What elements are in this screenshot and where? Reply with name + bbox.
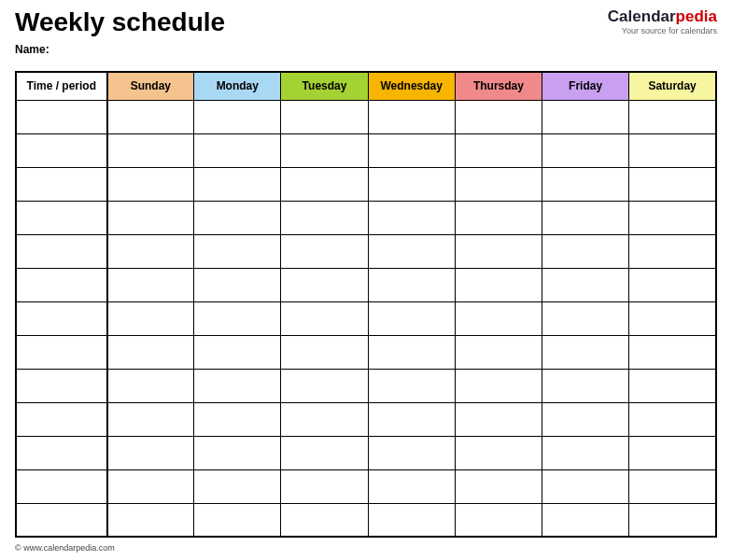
table-cell[interactable]	[542, 503, 629, 537]
table-cell[interactable]	[107, 201, 194, 234]
table-cell[interactable]	[455, 268, 542, 301]
table-cell[interactable]	[629, 369, 716, 402]
table-cell[interactable]	[107, 133, 194, 167]
table-cell[interactable]	[542, 335, 629, 369]
table-cell[interactable]	[281, 503, 368, 537]
table-cell[interactable]	[368, 167, 455, 201]
table-cell[interactable]	[368, 268, 455, 301]
table-cell[interactable]	[629, 301, 716, 335]
table-cell[interactable]	[281, 167, 368, 201]
table-cell[interactable]	[629, 268, 716, 301]
table-cell[interactable]	[16, 402, 107, 436]
table-cell[interactable]	[16, 436, 107, 469]
table-cell[interactable]	[194, 167, 281, 201]
table-cell[interactable]	[629, 201, 716, 234]
table-cell[interactable]	[107, 369, 194, 402]
table-cell[interactable]	[368, 301, 455, 335]
table-cell[interactable]	[281, 335, 368, 369]
table-cell[interactable]	[542, 436, 629, 469]
table-cell[interactable]	[629, 402, 716, 436]
table-cell[interactable]	[16, 201, 107, 234]
table-cell[interactable]	[281, 436, 368, 469]
table-cell[interactable]	[455, 167, 542, 201]
table-cell[interactable]	[16, 234, 107, 268]
table-cell[interactable]	[107, 268, 194, 301]
table-cell[interactable]	[542, 301, 629, 335]
table-cell[interactable]	[542, 234, 629, 268]
table-cell[interactable]	[194, 201, 281, 234]
table-cell[interactable]	[16, 335, 107, 369]
table-cell[interactable]	[194, 335, 281, 369]
table-cell[interactable]	[542, 167, 629, 201]
table-cell[interactable]	[455, 436, 542, 469]
table-cell[interactable]	[368, 402, 455, 436]
table-cell[interactable]	[194, 503, 281, 537]
table-cell[interactable]	[455, 369, 542, 402]
table-cell[interactable]	[281, 268, 368, 301]
table-cell[interactable]	[194, 301, 281, 335]
table-cell[interactable]	[16, 167, 107, 201]
table-cell[interactable]	[629, 234, 716, 268]
table-cell[interactable]	[16, 503, 107, 537]
table-cell[interactable]	[107, 436, 194, 469]
table-cell[interactable]	[194, 402, 281, 436]
table-cell[interactable]	[194, 133, 281, 167]
table-cell[interactable]	[542, 268, 629, 301]
table-cell[interactable]	[16, 369, 107, 402]
table-cell[interactable]	[368, 469, 455, 503]
table-cell[interactable]	[107, 469, 194, 503]
table-cell[interactable]	[455, 201, 542, 234]
table-cell[interactable]	[194, 469, 281, 503]
table-cell[interactable]	[368, 201, 455, 234]
table-cell[interactable]	[281, 301, 368, 335]
table-cell[interactable]	[542, 133, 629, 167]
table-cell[interactable]	[368, 335, 455, 369]
table-cell[interactable]	[368, 436, 455, 469]
table-cell[interactable]	[629, 100, 716, 133]
table-cell[interactable]	[629, 469, 716, 503]
table-cell[interactable]	[455, 234, 542, 268]
table-cell[interactable]	[281, 201, 368, 234]
table-cell[interactable]	[629, 133, 716, 167]
table-cell[interactable]	[194, 100, 281, 133]
table-cell[interactable]	[368, 100, 455, 133]
table-cell[interactable]	[542, 369, 629, 402]
table-cell[interactable]	[107, 402, 194, 436]
table-cell[interactable]	[107, 234, 194, 268]
table-cell[interactable]	[16, 301, 107, 335]
table-cell[interactable]	[107, 503, 194, 537]
table-cell[interactable]	[368, 133, 455, 167]
table-cell[interactable]	[542, 402, 629, 436]
table-cell[interactable]	[629, 503, 716, 537]
table-cell[interactable]	[629, 167, 716, 201]
table-cell[interactable]	[16, 469, 107, 503]
table-cell[interactable]	[629, 335, 716, 369]
table-cell[interactable]	[455, 503, 542, 537]
table-cell[interactable]	[107, 167, 194, 201]
table-cell[interactable]	[368, 503, 455, 537]
table-cell[interactable]	[455, 402, 542, 436]
table-cell[interactable]	[629, 436, 716, 469]
table-cell[interactable]	[107, 335, 194, 369]
table-cell[interactable]	[542, 100, 629, 133]
table-cell[interactable]	[107, 301, 194, 335]
table-cell[interactable]	[542, 469, 629, 503]
table-cell[interactable]	[16, 100, 107, 133]
table-cell[interactable]	[16, 133, 107, 167]
table-cell[interactable]	[16, 268, 107, 301]
table-cell[interactable]	[194, 268, 281, 301]
table-cell[interactable]	[455, 133, 542, 167]
table-cell[interactable]	[194, 369, 281, 402]
table-cell[interactable]	[107, 100, 194, 133]
table-cell[interactable]	[455, 301, 542, 335]
table-cell[interactable]	[455, 335, 542, 369]
table-cell[interactable]	[455, 100, 542, 133]
table-cell[interactable]	[281, 133, 368, 167]
table-cell[interactable]	[368, 369, 455, 402]
table-cell[interactable]	[542, 201, 629, 234]
table-cell[interactable]	[194, 234, 281, 268]
table-cell[interactable]	[281, 369, 368, 402]
table-cell[interactable]	[281, 100, 368, 133]
table-cell[interactable]	[194, 436, 281, 469]
table-cell[interactable]	[281, 234, 368, 268]
